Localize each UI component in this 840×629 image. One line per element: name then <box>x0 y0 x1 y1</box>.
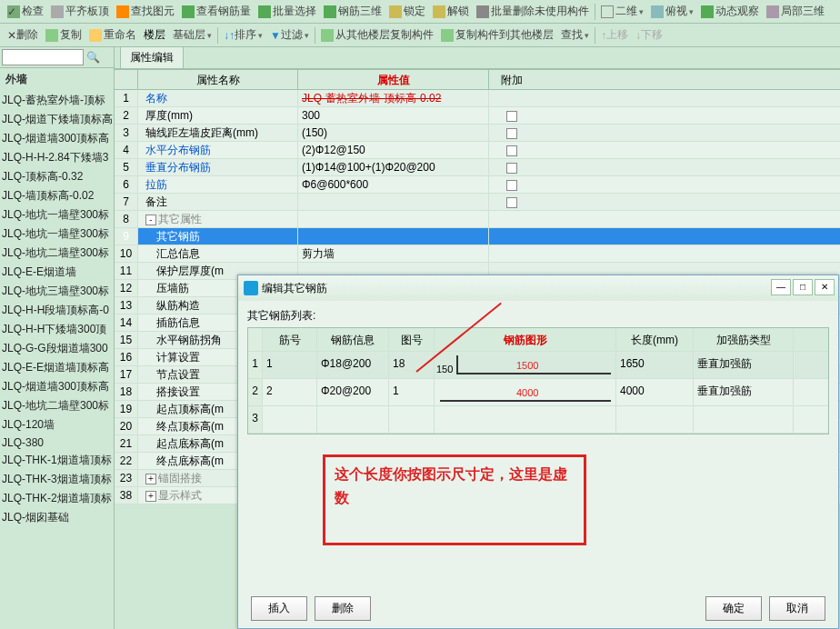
col-name: 属性名称 <box>138 70 298 89</box>
checkbox[interactable] <box>506 128 517 139</box>
col-type: 加强筋类型 <box>694 328 794 351</box>
sidebar-item[interactable]: JLQ-地坑二墙壁300标 <box>0 244 114 263</box>
dialog-icon <box>244 281 258 295</box>
ok-button[interactable]: 确定 <box>705 596 762 621</box>
prop-row[interactable]: 5垂直分布钢筋(1)Φ14@100+(1)Φ20@200 <box>115 159 840 176</box>
rebar-3d-btn[interactable]: 钢筋三维 <box>320 3 385 20</box>
sidebar-item[interactable]: JLQ-THK-1烟道墙顶标 <box>0 451 114 470</box>
checkbox[interactable] <box>506 145 517 156</box>
tab-props[interactable]: 属性编辑 <box>120 46 184 68</box>
copy-from-label: 从其他楼层复制构件 <box>335 27 434 43</box>
floor-lbl: 楼层 <box>144 27 165 43</box>
col-pic: 图号 <box>389 328 435 351</box>
prop-row[interactable]: 9 其它钢筋 <box>115 228 840 245</box>
sidebar-item[interactable]: JLQ-THK-2烟道墙顶标 <box>0 489 114 508</box>
filter-btn[interactable]: ▼过滤 <box>266 26 313 44</box>
local-3d-btn[interactable]: 局部三维 <box>763 3 828 20</box>
sidebar-item[interactable]: JLQ-380 <box>0 434 114 451</box>
sidebar-item[interactable]: JLQ-THK-3烟道墙顶标 <box>0 470 114 489</box>
prop-row[interactable]: 7备注 <box>115 194 840 211</box>
find-u-btn[interactable]: 查找图元 <box>113 3 178 20</box>
insert-button[interactable]: 插入 <box>251 596 307 621</box>
up-btn[interactable]: ↑上移 <box>597 26 632 44</box>
expand-icon[interactable]: + <box>145 491 156 502</box>
sidebar-item[interactable]: JLQ-地坑一墙壁300标 <box>0 205 114 225</box>
expand-icon[interactable]: - <box>145 215 156 225</box>
sidebar-item[interactable]: JLQ-地坑一墙壁300标 <box>0 225 114 244</box>
dlg-delete-button[interactable]: 删除 <box>315 596 371 621</box>
lock-btn[interactable]: 锁定 <box>385 3 429 20</box>
table-row[interactable]: 3 <box>248 406 828 434</box>
prop-row[interactable]: 3轴线距左墙皮距离(mm)(150) <box>115 125 840 142</box>
table-row[interactable]: 11Φ18@2001815015001650垂直加强筋 <box>248 352 828 379</box>
unlock-btn[interactable]: 解锁 <box>429 3 473 20</box>
floor-val: 基础层 <box>173 27 205 43</box>
sidebar-item[interactable]: JLQ-H-H-2.84下矮墙3 <box>0 148 114 167</box>
find-btn[interactable]: 查找 <box>557 26 593 44</box>
close-icon[interactable]: ✕ <box>815 279 835 295</box>
prop-row[interactable]: 4水平分布钢筋(2)Φ12@150 <box>115 142 840 159</box>
sidebar-item[interactable]: JLQ-顶标高-0.32 <box>0 167 114 186</box>
sidebar-search-input[interactable] <box>2 49 84 65</box>
view-rebar-btn[interactable]: 查看钢筋量 <box>178 3 255 20</box>
rename-btn[interactable]: 重命名 <box>85 26 140 44</box>
expand-icon[interactable]: + <box>145 474 156 484</box>
checkbox[interactable] <box>506 180 517 191</box>
batch-del-btn[interactable]: 批量删除未使用构件 <box>473 3 593 20</box>
batch-sel-label: 批量选择 <box>273 4 316 19</box>
sidebar-item[interactable]: JLQ-E-E烟道墙顶标高 <box>0 358 114 377</box>
check-btn[interactable]: ✓检查 <box>4 3 47 20</box>
batch-sel-btn[interactable]: 批量选择 <box>255 3 320 20</box>
sort-btn[interactable]: ↓↑排序 <box>220 26 266 44</box>
sidebar-item[interactable]: JLQ-H-H段墙顶标高-0 <box>0 301 114 320</box>
sidebar-item[interactable]: JLQ-地坑三墙壁300标 <box>0 282 114 301</box>
maximize-icon[interactable]: □ <box>793 279 813 295</box>
col-info: 钢筋信息 <box>317 328 389 351</box>
find-label: 查找 <box>561 27 583 43</box>
copy-from-btn[interactable]: 从其他楼层复制构件 <box>317 26 437 44</box>
floor-dd[interactable]: 基础层 <box>169 26 215 44</box>
minimize-icon[interactable]: — <box>771 279 791 295</box>
search-icon[interactable]: 🔍 <box>86 51 100 64</box>
prop-row[interactable]: 10 汇总信息剪力墙 <box>115 245 840 263</box>
view-mode-dd[interactable]: 二维 <box>597 3 647 20</box>
list-label: 其它钢筋列表: <box>247 308 829 324</box>
checkbox[interactable] <box>506 163 517 174</box>
table-row[interactable]: 22Φ20@200140004000垂直加强筋 <box>248 379 828 406</box>
sidebar-item[interactable]: JLQ-烟道墙300顶标高 <box>0 129 114 148</box>
col-val: 属性值 <box>298 70 489 89</box>
batch-del-label: 批量删除未使用构件 <box>491 4 589 19</box>
sidebar-item[interactable]: JLQ-H-H下矮墙300顶 <box>0 320 114 339</box>
top-view-btn[interactable]: 俯视 <box>647 3 697 20</box>
align-btn[interactable]: 平齐板顶 <box>47 3 113 20</box>
prop-row[interactable]: 1名称JLQ-蓄热室外墙-顶标高-0.02 <box>115 90 840 107</box>
filter-label: 过滤 <box>281 27 303 43</box>
delete-btn[interactable]: ✕删除 <box>4 26 42 44</box>
sidebar-item[interactable]: JLQ-G-G段烟道墙300 <box>0 339 114 358</box>
check-label: 检查 <box>22 4 44 19</box>
prop-row[interactable]: 8-其它属性 <box>115 211 840 228</box>
prop-row[interactable]: 2厚度(mm)300 <box>115 107 840 125</box>
edit-rebar-dialog: 编辑其它钢筋 — □ ✕ 其它钢筋列表: 筋号 钢筋信息 图号 钢筋图形 长度(… <box>237 275 839 629</box>
sidebar-item[interactable]: JLQ-烟道下矮墙顶标高 <box>0 110 114 129</box>
dynamic-btn[interactable]: 动态观察 <box>697 3 763 20</box>
view-rebar-label: 查看钢筋量 <box>196 4 251 19</box>
sidebar-item[interactable]: JLQ-地坑二墙壁300标 <box>0 396 114 415</box>
rebar-3d-label: 钢筋三维 <box>338 4 382 19</box>
checkbox[interactable] <box>506 197 517 208</box>
sidebar-item[interactable]: JLQ-E-E烟道墙 <box>0 263 114 282</box>
sidebar-item[interactable]: JLQ-蓄热室外墙-顶标 <box>0 91 114 110</box>
sidebar-item[interactable]: JLQ-烟囱基础 <box>0 508 114 527</box>
align-label: 平齐板顶 <box>65 4 109 19</box>
copy-to-btn[interactable]: 复制构件到其他楼层 <box>437 26 557 44</box>
down-btn[interactable]: ↓下移 <box>632 26 666 44</box>
sidebar-head: 外墙 <box>0 68 114 91</box>
dialog-title-bar[interactable]: 编辑其它钢筋 — □ ✕ <box>238 275 838 301</box>
prop-row[interactable]: 6拉筋Φ6@600*600 <box>115 176 840 194</box>
sidebar-item[interactable]: JLQ-烟道墙300顶标高 <box>0 377 114 396</box>
copy-btn[interactable]: 复制 <box>42 26 85 44</box>
sidebar-item[interactable]: JLQ-墙顶标高-0.02 <box>0 186 114 205</box>
cancel-button[interactable]: 取消 <box>769 596 825 621</box>
checkbox[interactable] <box>506 111 517 122</box>
sidebar-item[interactable]: JLQ-120墙 <box>0 415 114 434</box>
